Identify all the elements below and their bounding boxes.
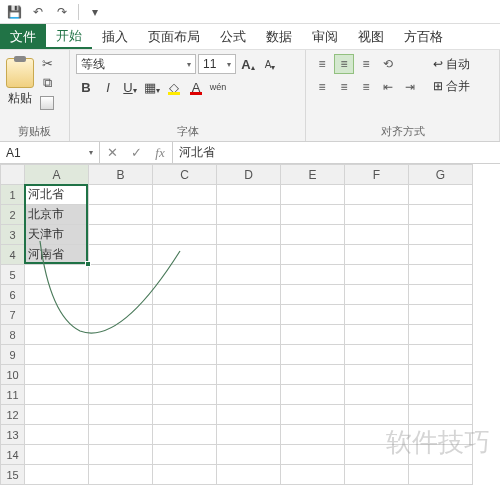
- cancel-formula-button[interactable]: ✕: [100, 145, 124, 160]
- column-header-D[interactable]: D: [217, 165, 281, 185]
- align-right-button[interactable]: ≡: [356, 77, 376, 97]
- formula-input[interactable]: 河北省: [173, 142, 500, 163]
- cell-C13[interactable]: [153, 425, 217, 445]
- cell-A11[interactable]: [25, 385, 89, 405]
- cell-F10[interactable]: [345, 365, 409, 385]
- name-box[interactable]: A1 ▾: [0, 142, 100, 163]
- cell-A6[interactable]: [25, 285, 89, 305]
- cell-B9[interactable]: [89, 345, 153, 365]
- cell-E2[interactable]: [281, 205, 345, 225]
- paste-button[interactable]: 粘贴: [6, 54, 34, 122]
- select-all-corner[interactable]: [1, 165, 25, 185]
- row-header-6[interactable]: 6: [1, 285, 25, 305]
- row-header-2[interactable]: 2: [1, 205, 25, 225]
- cell-B11[interactable]: [89, 385, 153, 405]
- redo-icon[interactable]: ↷: [52, 2, 72, 22]
- cell-E13[interactable]: [281, 425, 345, 445]
- cell-E8[interactable]: [281, 325, 345, 345]
- tab-review[interactable]: 审阅: [302, 24, 348, 49]
- font-color-button[interactable]: A: [186, 77, 206, 97]
- cell-E9[interactable]: [281, 345, 345, 365]
- cell-A3[interactable]: 天津市: [25, 225, 89, 245]
- cell-C14[interactable]: [153, 445, 217, 465]
- cell-C15[interactable]: [153, 465, 217, 485]
- undo-icon[interactable]: ↶: [28, 2, 48, 22]
- row-header-14[interactable]: 14: [1, 445, 25, 465]
- tab-data[interactable]: 数据: [256, 24, 302, 49]
- cell-D8[interactable]: [217, 325, 281, 345]
- tab-page-layout[interactable]: 页面布局: [138, 24, 210, 49]
- cell-D10[interactable]: [217, 365, 281, 385]
- copy-icon[interactable]: ⧉: [38, 74, 56, 92]
- row-header-5[interactable]: 5: [1, 265, 25, 285]
- cell-E1[interactable]: [281, 185, 345, 205]
- cell-C9[interactable]: [153, 345, 217, 365]
- cell-G9[interactable]: [409, 345, 473, 365]
- bold-button[interactable]: B: [76, 77, 96, 97]
- cell-D1[interactable]: [217, 185, 281, 205]
- cell-A9[interactable]: [25, 345, 89, 365]
- cell-D9[interactable]: [217, 345, 281, 365]
- cell-G10[interactable]: [409, 365, 473, 385]
- row-header-4[interactable]: 4: [1, 245, 25, 265]
- cell-F3[interactable]: [345, 225, 409, 245]
- row-header-12[interactable]: 12: [1, 405, 25, 425]
- cell-F9[interactable]: [345, 345, 409, 365]
- tab-extra[interactable]: 方百格: [394, 24, 453, 49]
- tab-home[interactable]: 开始: [46, 24, 92, 49]
- decrease-font-button[interactable]: A▾: [260, 54, 280, 74]
- cell-A14[interactable]: [25, 445, 89, 465]
- column-header-F[interactable]: F: [345, 165, 409, 185]
- row-header-9[interactable]: 9: [1, 345, 25, 365]
- orientation-button[interactable]: ⟲: [378, 54, 398, 74]
- cell-G13[interactable]: [409, 425, 473, 445]
- cell-G12[interactable]: [409, 405, 473, 425]
- cell-F8[interactable]: [345, 325, 409, 345]
- align-top-button[interactable]: ≡: [312, 54, 332, 74]
- cell-G6[interactable]: [409, 285, 473, 305]
- cell-A15[interactable]: [25, 465, 89, 485]
- column-header-C[interactable]: C: [153, 165, 217, 185]
- cell-B2[interactable]: [89, 205, 153, 225]
- cell-D2[interactable]: [217, 205, 281, 225]
- row-header-15[interactable]: 15: [1, 465, 25, 485]
- align-middle-button[interactable]: ≡: [334, 54, 354, 74]
- fill-color-button[interactable]: ◇: [164, 77, 184, 97]
- cell-E10[interactable]: [281, 365, 345, 385]
- cell-B12[interactable]: [89, 405, 153, 425]
- column-header-B[interactable]: B: [89, 165, 153, 185]
- cell-E6[interactable]: [281, 285, 345, 305]
- cell-B7[interactable]: [89, 305, 153, 325]
- underline-button[interactable]: U▾: [120, 77, 140, 97]
- format-painter-icon[interactable]: [38, 94, 56, 112]
- column-header-G[interactable]: G: [409, 165, 473, 185]
- cell-E4[interactable]: [281, 245, 345, 265]
- cell-F15[interactable]: [345, 465, 409, 485]
- fx-icon[interactable]: fx: [148, 145, 172, 161]
- merge-button[interactable]: ⊞ 合并: [430, 76, 473, 96]
- cell-E14[interactable]: [281, 445, 345, 465]
- indent-decrease-button[interactable]: ⇤: [378, 77, 398, 97]
- cell-B14[interactable]: [89, 445, 153, 465]
- cell-F6[interactable]: [345, 285, 409, 305]
- cell-C2[interactable]: [153, 205, 217, 225]
- cell-F5[interactable]: [345, 265, 409, 285]
- cell-A12[interactable]: [25, 405, 89, 425]
- cell-B13[interactable]: [89, 425, 153, 445]
- cell-B5[interactable]: [89, 265, 153, 285]
- cell-F1[interactable]: [345, 185, 409, 205]
- cell-D13[interactable]: [217, 425, 281, 445]
- align-center-button[interactable]: ≡: [334, 77, 354, 97]
- save-icon[interactable]: 💾: [4, 2, 24, 22]
- cell-B6[interactable]: [89, 285, 153, 305]
- font-size-combo[interactable]: 11 ▾: [198, 54, 236, 74]
- cell-E7[interactable]: [281, 305, 345, 325]
- cell-F14[interactable]: [345, 445, 409, 465]
- row-header-1[interactable]: 1: [1, 185, 25, 205]
- tab-insert[interactable]: 插入: [92, 24, 138, 49]
- row-header-8[interactable]: 8: [1, 325, 25, 345]
- cell-A8[interactable]: [25, 325, 89, 345]
- cell-F11[interactable]: [345, 385, 409, 405]
- cell-A1[interactable]: 河北省: [25, 185, 89, 205]
- cell-G1[interactable]: [409, 185, 473, 205]
